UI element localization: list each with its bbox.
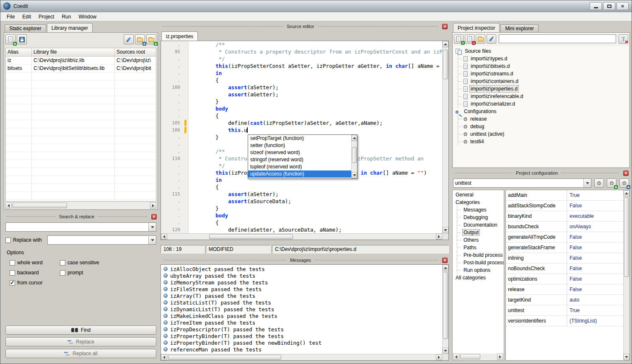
message-item[interactable]: izMakeLinkedClass passed the tests (161, 312, 442, 319)
code-line[interactable]: . in (161, 70, 442, 77)
table-row[interactable] (6, 168, 156, 176)
scrollbar-thumb[interactable] (168, 355, 281, 360)
project-configuration-close-button[interactable]: × (623, 170, 629, 176)
scroll-left-button[interactable] (161, 234, 167, 240)
scroll-right-button[interactable] (436, 234, 442, 240)
table-row[interactable] (6, 96, 156, 104)
code-line[interactable]: . } (161, 205, 442, 212)
property-value[interactable]: False (567, 232, 623, 242)
completion-item-setter-function[interactable]: setter (function) (248, 142, 351, 149)
tree-item-import-iz-containers-d[interactable]: import\iz\containers.d (453, 77, 629, 85)
property-value[interactable]: (TStringList) (567, 316, 623, 326)
code-line[interactable]: . { (161, 183, 442, 191)
code-line[interactable]: . { (161, 112, 442, 119)
code-line[interactable]: 100 assert(aSetter); (161, 84, 442, 91)
message-item[interactable]: izPropertyBinder(T) passed the tests (161, 333, 442, 339)
scrollbar-thumb[interactable] (352, 147, 357, 163)
property-row-addstackstompcode[interactable]: addStackStompCodeFalse (506, 201, 623, 211)
code-line[interactable]: . this(izPropSetterConst aSetter, izProp… (161, 62, 442, 70)
table-row[interactable] (6, 136, 156, 144)
table-row[interactable] (6, 80, 156, 88)
scrollbar-thumb[interactable] (460, 354, 480, 359)
code-line[interactable]: . assert(aSourceData); (161, 198, 442, 205)
property-value[interactable]: executable (567, 211, 623, 221)
message-item[interactable]: izMemoryStream passed the tests (161, 279, 442, 286)
property-row-addmain[interactable]: addMainTrue (506, 190, 623, 201)
inspector-remove-source-button[interactable] (465, 34, 474, 44)
message-item[interactable]: izDynamicList(T) passed the tests (161, 306, 442, 312)
table-row[interactable] (6, 112, 156, 120)
table-row[interactable]: bitsetsC:\Dev\dproj\bitSet\lib\bitsets.l… (6, 65, 156, 72)
category-general[interactable]: General (453, 191, 504, 199)
checkbox-prompt[interactable]: ✓ (60, 270, 65, 276)
scroll-up-button[interactable] (443, 265, 448, 271)
property-row-boundscheck[interactable]: boundsCheckonAlways (506, 222, 623, 232)
completion-item-stringof-reserved-word[interactable]: stringof (reserved word) (248, 156, 351, 163)
dropdown-arrow[interactable] (583, 179, 591, 187)
checkbox-from-cursor[interactable]: ✓ (10, 280, 15, 286)
right-tab-mini-explorer[interactable]: Mini explorer (500, 24, 539, 32)
menu-item-run[interactable]: Run (58, 12, 75, 21)
checkbox-whole-word[interactable]: ✓ (10, 260, 15, 266)
scrollbar-track[interactable] (167, 354, 436, 360)
replace-button[interactable]: Replace (5, 337, 156, 346)
categories-hscrollbar[interactable] (453, 354, 503, 360)
tree-item-import-iz-referencable-d[interactable]: import\iz\referencable.d (453, 93, 629, 100)
scrollbar-track[interactable] (624, 196, 629, 354)
category-output[interactable]: Output (453, 229, 504, 236)
maximize-button[interactable] (603, 2, 615, 10)
messages-hscrollbar[interactable] (161, 354, 442, 360)
category-pre-build-process[interactable]: Pre-build process (453, 251, 504, 259)
scrollbar-thumb[interactable] (443, 272, 448, 339)
category-documentation[interactable]: Documentation (453, 221, 504, 229)
message-item[interactable]: izPropDescriptor(T) passed the tests (161, 326, 442, 333)
code-line[interactable]: . body (161, 105, 442, 112)
messages-close-button[interactable]: × (442, 258, 448, 263)
category-run-options[interactable]: Run options (453, 266, 504, 274)
property-row-binarykind[interactable]: binaryKindexecutable (506, 211, 623, 222)
inspector-clear-filter-button[interactable] (619, 34, 628, 44)
scrollbar-track[interactable] (443, 47, 448, 227)
property-value[interactable]: auto (567, 295, 623, 305)
property-value[interactable]: False (567, 253, 623, 263)
table-row[interactable] (6, 184, 156, 192)
scrollbar-track[interactable] (167, 234, 436, 240)
code-line[interactable]: . } (161, 98, 442, 105)
messages-vscrollbar[interactable] (442, 265, 448, 354)
menu-item-project[interactable]: Project (35, 12, 58, 21)
scroll-down-button[interactable] (352, 172, 357, 178)
message-item[interactable]: izStaticList(T) passed the tests (161, 299, 442, 306)
property-value[interactable]: False (567, 284, 623, 294)
editor-hscrollbar[interactable] (161, 233, 442, 240)
tree-item-import-iz-serializer-d[interactable]: import\iz\serializer.d (453, 100, 629, 108)
scrollbar-thumb[interactable] (13, 203, 67, 208)
property-value[interactable]: onAlways (567, 222, 623, 232)
message-item[interactable]: izArray(T) passed the tests (161, 292, 442, 299)
property-value[interactable]: True (567, 305, 623, 315)
right-tab-project-inspector[interactable]: Project inspector (453, 23, 500, 32)
table-row[interactable] (6, 72, 156, 80)
table-row[interactable]: izC:\Dev\dproj\iz\lib\iz.libC:\Dev\dproj… (6, 57, 156, 65)
code-line[interactable]: 95 * Constructs a property descriptor fr… (161, 48, 442, 55)
completion-item-sizeof-reserved-word[interactable]: sizeof (reserved word) (248, 149, 351, 156)
configuration-combo[interactable]: unittest (453, 178, 591, 188)
scrollbar-thumb[interactable] (624, 197, 629, 277)
message-item[interactable]: izFileStream passed the tests (161, 286, 442, 292)
scrollbar-track[interactable] (459, 354, 497, 360)
tree-item-import-iz-streams-d[interactable]: import\iz\streams.d (453, 70, 629, 77)
left-tab-static-explorer[interactable]: Static explorer (5, 24, 46, 32)
property-row-generatestackframe[interactable]: generateStackFrameFalse (506, 243, 623, 253)
menu-item-file[interactable]: File (3, 12, 18, 21)
property-value[interactable]: False (567, 243, 623, 253)
code-line[interactable]: 105 define(cast(izPropSetter)aSetter, aG… (161, 119, 442, 126)
scrollbar-thumb[interactable] (443, 50, 448, 79)
property-row-unittest[interactable]: unittestTrue (506, 305, 623, 316)
titlebar[interactable]: Coedit × (0, 0, 632, 12)
code-line[interactable]: . { (161, 77, 442, 84)
message-item[interactable]: izTreeItem passed the tests (161, 319, 442, 326)
tree-item-unittest-active[interactable]: unittest (active) (453, 130, 629, 138)
search-panel-close-button[interactable]: × (151, 214, 157, 219)
code-line[interactable]: 106 this.u (161, 126, 442, 134)
tree-item-import-iz-properties-d[interactable]: import\iz\properties.d (453, 85, 629, 93)
completion-item-updateaccess-function[interactable]: updateAccess (function) (248, 170, 351, 178)
